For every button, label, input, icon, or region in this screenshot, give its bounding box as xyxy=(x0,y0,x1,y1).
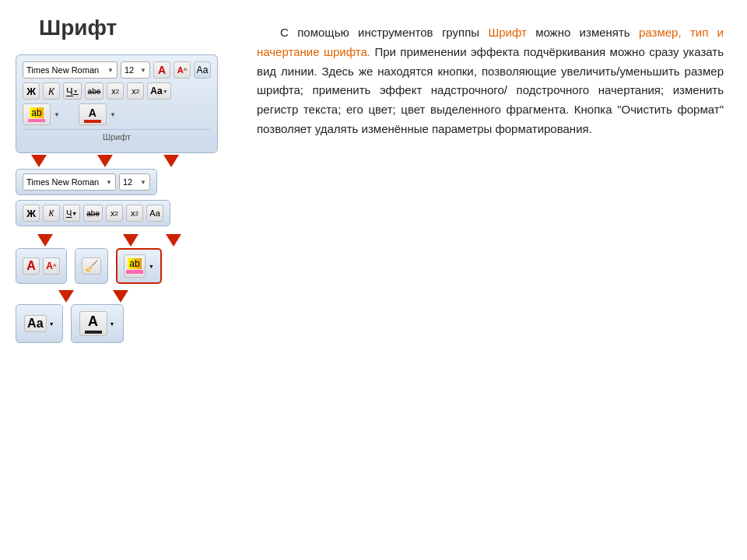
highlight-box-dropdown[interactable]: ▼ xyxy=(149,264,154,269)
arrow-7 xyxy=(58,290,74,303)
arrow-1 xyxy=(31,155,47,167)
change-case-large-btn[interactable]: Аа xyxy=(24,315,47,332)
size-shrink-btn[interactable]: A^ xyxy=(43,257,60,275)
description-paragraph: С помощью инструментов группы Шрифт можн… xyxy=(257,23,724,139)
exp-superscript-button[interactable]: x2 xyxy=(126,205,143,222)
ribbon-row-1: Times New Roman ▼ 12 ▼ A A^ Аа xyxy=(23,61,211,79)
size-grow-btn[interactable]: A xyxy=(23,257,40,275)
font-size-box: A A^ xyxy=(16,248,67,284)
text-highlight-button[interactable]: ab xyxy=(23,103,51,125)
underline-button[interactable]: Ч ▼ xyxy=(63,82,82,100)
font-size-dropdown-icon[interactable]: ▼ xyxy=(140,67,146,74)
expanded-font-input[interactable]: Times New Roman ▼ xyxy=(23,173,116,191)
ribbon-group-label: Шрифт xyxy=(23,129,211,142)
font-size-input[interactable]: 12 ▼ xyxy=(121,61,150,79)
highlight-shrift: Шрифт xyxy=(488,26,526,39)
strikethrough-button[interactable]: abe xyxy=(85,82,104,100)
bold-button[interactable]: Ж xyxy=(23,82,40,100)
ribbon-row-2: Ж К Ч ▼ abe x2 x2 Аа▼ xyxy=(23,82,211,100)
font-name-value: Times New Roman xyxy=(26,65,99,75)
font-name-dropdown-icon[interactable]: ▼ xyxy=(107,67,114,74)
arrow-5 xyxy=(123,234,139,247)
expanded-font-dropdown-icon[interactable]: ▼ xyxy=(106,179,112,186)
arrow-2 xyxy=(97,155,113,167)
font-color-dropdown-icon[interactable]: ▼ xyxy=(110,111,116,118)
font-grow-button[interactable]: A xyxy=(153,61,170,79)
expanded-format-row: Ж К Ч▼ abe x2 x2 Аа xyxy=(16,200,170,226)
arrows-row-1 xyxy=(16,155,195,167)
font-name-input[interactable]: Times New Roman ▼ xyxy=(23,61,117,79)
ribbon-group: Times New Roman ▼ 12 ▼ A A^ Аа Ж К Ч ▼ a… xyxy=(16,54,218,153)
left-panel: Шрифт Times New Roman ▼ 12 ▼ A A^ Аа Ж К… xyxy=(0,0,241,560)
exp-strikethrough-button[interactable]: abe xyxy=(83,205,103,222)
highlight-btn[interactable]: ab xyxy=(124,254,146,278)
font-color-large-btn[interactable]: А xyxy=(79,311,107,336)
subscript-button[interactable]: x2 xyxy=(107,82,124,100)
expanded-font-value: Times New Roman xyxy=(26,177,99,187)
highlight-box: ab ▼ xyxy=(116,248,162,284)
arrows-row-3 xyxy=(16,290,171,303)
sub-boxes-row: A A^ 🧹 ab ▼ xyxy=(16,248,218,284)
exp-case-button[interactable]: Аа xyxy=(146,205,163,222)
font-color-large-dropdown[interactable]: ▼ xyxy=(110,321,115,327)
highlight-dropdown-icon[interactable]: ▼ xyxy=(54,111,60,118)
expanded-size-value: 12 xyxy=(123,177,132,187)
change-case-dropdown[interactable]: ▼ xyxy=(49,321,54,327)
arrow-4 xyxy=(37,234,53,247)
exp-underline-button[interactable]: Ч▼ xyxy=(63,205,80,222)
clear-format-button[interactable]: Аа xyxy=(194,61,211,79)
change-case-button[interactable]: Аа▼ xyxy=(147,82,170,100)
arrows-row-2 xyxy=(16,234,202,247)
exp-subscript-button[interactable]: x2 xyxy=(106,205,123,222)
font-color-button[interactable]: А xyxy=(79,103,107,125)
clear-format-box: 🧹 xyxy=(75,248,108,284)
font-shrink-button[interactable]: A^ xyxy=(174,61,191,79)
expanded-size-dropdown-icon[interactable]: ▼ xyxy=(140,179,146,186)
ribbon-row-3: ab ▼ А ▼ xyxy=(23,103,211,125)
font-color-box: А ▼ xyxy=(71,304,124,343)
expanded-font-row: Times New Roman ▼ 12 ▼ xyxy=(16,169,157,195)
superscript-button[interactable]: x2 xyxy=(127,82,144,100)
right-panel: С помощью инструментов группы Шрифт можн… xyxy=(241,0,747,560)
expanded-size-input[interactable]: 12 ▼ xyxy=(119,173,150,191)
exp-bold-button[interactable]: Ж xyxy=(23,205,40,222)
font-size-value: 12 xyxy=(124,65,134,75)
arrow-6 xyxy=(166,234,181,247)
clear-btn[interactable]: 🧹 xyxy=(82,257,101,275)
arrow-3 xyxy=(163,155,179,167)
italic-button[interactable]: К xyxy=(43,82,60,100)
change-case-box: Аа ▼ xyxy=(16,304,63,343)
bottom-boxes-row: Аа ▼ А ▼ xyxy=(16,304,218,343)
exp-italic-button[interactable]: К xyxy=(43,205,60,222)
arrow-8 xyxy=(113,290,128,303)
page-title: Шрифт xyxy=(16,16,117,40)
